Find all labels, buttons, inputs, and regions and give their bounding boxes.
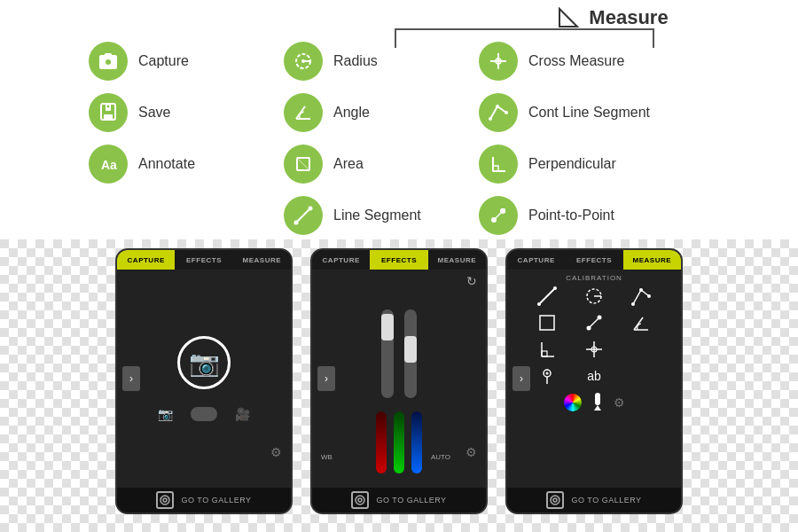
angle-icon-circle xyxy=(284,93,323,132)
m-line-seg-icon[interactable] xyxy=(528,286,567,306)
measure-title-area: Measure xyxy=(426,0,798,31)
svg-marker-64 xyxy=(594,405,601,411)
slider-thumb-1[interactable] xyxy=(381,314,394,340)
m-perp-icon[interactable] xyxy=(528,340,567,359)
gallery-icon-svg xyxy=(160,495,170,505)
annotate-icon-circle: Aa xyxy=(89,145,128,184)
phone3-bottom-bar: GO TO GALLERY xyxy=(507,488,681,512)
phone3-gallery-icon[interactable] xyxy=(546,491,564,509)
tool-item-save[interactable]: Save xyxy=(89,87,284,138)
slider-blue[interactable] xyxy=(411,411,422,473)
slider-red[interactable] xyxy=(376,411,387,473)
big-camera-icon: 📷 xyxy=(177,336,231,389)
tool-item-cross-measure[interactable]: Cross Measure xyxy=(479,35,700,87)
slider-green[interactable] xyxy=(394,411,404,473)
svg-point-46 xyxy=(639,288,643,292)
phone1-body: › 📷 📷 🎥 ⚙ xyxy=(117,270,291,488)
tool-item-point-to-point[interactable]: Point-to-Point xyxy=(479,190,700,241)
toggle-switch[interactable] xyxy=(191,407,217,421)
tool-item-perpendicular[interactable]: Perpendicular xyxy=(479,138,700,190)
measure-ruler-icon xyxy=(555,4,582,31)
color-wheel-icon[interactable] xyxy=(564,394,582,411)
video-icon: 🎥 xyxy=(235,407,250,421)
cont-line-icon xyxy=(488,102,509,123)
save-label: Save xyxy=(138,105,170,121)
tool-item-area[interactable]: Area xyxy=(284,138,479,190)
svg-rect-63 xyxy=(595,393,600,405)
phone3-gallery-label[interactable]: GO TO GALLERY xyxy=(571,496,641,505)
svg-line-43 xyxy=(633,290,641,304)
tool-item-annotate[interactable]: Aa Annotate xyxy=(89,138,284,190)
phone1-nav-arrow[interactable]: › xyxy=(122,366,140,391)
annotate-label: Annotate xyxy=(138,156,195,172)
svg-point-6 xyxy=(301,59,305,63)
line-segment-icon-circle xyxy=(284,196,323,235)
phone3-bottom-icons: ⚙ xyxy=(512,393,677,412)
phone1-gallery-icon[interactable] xyxy=(156,491,174,509)
phone2-tab-measure[interactable]: MEASURE xyxy=(428,250,486,270)
svg-point-13 xyxy=(107,106,110,108)
svg-point-3 xyxy=(106,59,111,65)
capture-small-icons: 📷 🎥 xyxy=(158,407,250,421)
svg-point-20 xyxy=(505,111,508,114)
bracket-horizontal xyxy=(395,28,654,30)
svg-point-36 xyxy=(356,496,364,505)
svg-text:Aa: Aa xyxy=(101,158,117,172)
bottom-section: CAPTURE EFFECTS MEASURE › 📷 📷 🎥 ⚙ xyxy=(0,244,798,532)
phone1-gear-icon[interactable]: ⚙ xyxy=(270,445,282,459)
m-text-ab[interactable]: ab xyxy=(575,366,614,386)
m-empty xyxy=(621,340,661,359)
phone-capture: CAPTURE EFFECTS MEASURE › 📷 📷 🎥 ⚙ xyxy=(115,248,293,514)
slider-thumb-2[interactable] xyxy=(404,336,417,363)
phone1-tab-capture[interactable]: CAPTURE xyxy=(117,250,175,270)
phone3-tab-capture[interactable]: CAPTURE xyxy=(507,250,565,270)
tool-item-line-segment[interactable]: Line Segment xyxy=(284,190,479,241)
tool-item-radius[interactable]: Radius xyxy=(284,35,479,87)
svg-marker-0 xyxy=(559,9,577,27)
m-radius-icon[interactable] xyxy=(575,286,614,306)
phone3-gear-icon[interactable]: ⚙ xyxy=(614,395,625,410)
phone1-tab-measure[interactable]: MEASURE xyxy=(233,250,291,270)
capture-label: Capture xyxy=(138,53,189,69)
tool-item-angle[interactable]: Angle xyxy=(284,87,479,138)
point-to-point-label: Point-to-Point xyxy=(528,207,614,223)
dropper-icon[interactable] xyxy=(591,393,605,412)
tool-item-capture[interactable]: Capture xyxy=(89,35,284,87)
phone-effects: CAPTURE EFFECTS MEASURE › ↻ xyxy=(310,248,488,514)
phone2-bottom-bar: GO TO GALLERY xyxy=(312,488,486,512)
svg-point-47 xyxy=(647,294,651,298)
svg-point-40 xyxy=(553,286,557,290)
phone2-gallery-label[interactable]: GO TO GALLERY xyxy=(376,496,446,505)
perpendicular-icon xyxy=(488,153,509,175)
save-icon-circle xyxy=(89,93,128,132)
phone2-tab-effects[interactable]: EFFECTS xyxy=(370,250,427,270)
m-point-pt-icon[interactable] xyxy=(575,313,614,332)
phone2-gear-icon[interactable]: ⚙ xyxy=(466,445,477,459)
phone2-tab-capture[interactable]: CAPTURE xyxy=(312,250,370,270)
camera-icon xyxy=(98,51,119,72)
phone2-gallery-icon[interactable] xyxy=(351,491,369,509)
m-cross-icon[interactable] xyxy=(575,340,614,359)
cross-measure-icon xyxy=(488,51,509,72)
phone1-tab-effects[interactable]: EFFECTS xyxy=(175,250,232,270)
phone3-tabs: CAPTURE EFFECTS MEASURE xyxy=(507,250,681,270)
slider-white-1[interactable] xyxy=(381,309,394,398)
m-pin-icon[interactable] xyxy=(528,366,567,386)
m-area-icon[interactable] xyxy=(528,313,567,332)
phone3-tab-measure[interactable]: MEASURE xyxy=(623,250,681,270)
m-cont-line-icon[interactable] xyxy=(621,286,661,306)
cross-measure-icon-circle xyxy=(479,42,518,81)
phone1-gallery-label[interactable]: GO TO GALLERY xyxy=(181,496,251,505)
effects-content xyxy=(312,270,486,488)
capture-content: 📷 📷 🎥 xyxy=(158,336,250,421)
cont-line-label: Cont Line Segment xyxy=(528,105,650,121)
wb-label: WB xyxy=(321,453,332,461)
tool-item-cont-line-segment[interactable]: Cont Line Segment xyxy=(479,87,700,138)
phone3-body: › CALIBRATION xyxy=(507,270,681,488)
m-angle-icon[interactable] xyxy=(621,313,661,332)
phone3-tab-effects[interactable]: EFFECTS xyxy=(565,250,622,270)
slider-white-2[interactable] xyxy=(404,309,417,398)
area-icon xyxy=(293,153,314,175)
svg-line-16 xyxy=(490,106,497,119)
perpendicular-icon-circle xyxy=(479,145,518,184)
